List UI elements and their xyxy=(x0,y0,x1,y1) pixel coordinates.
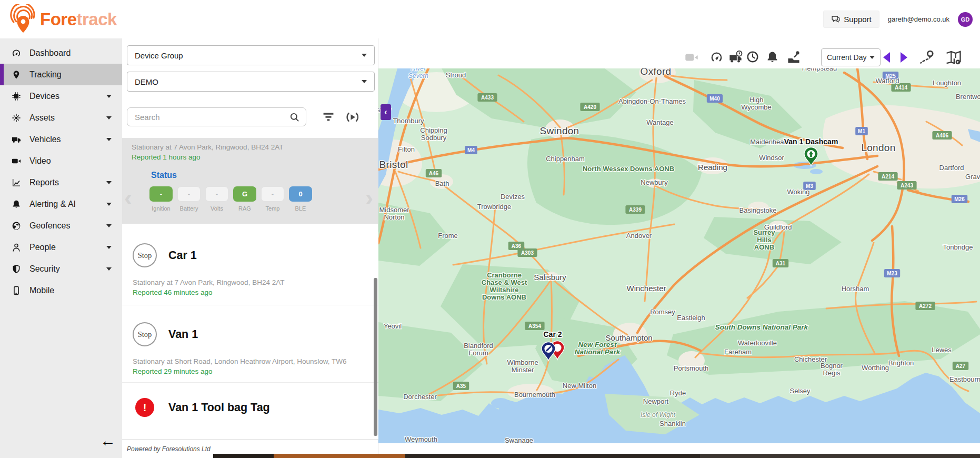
svg-text:A420: A420 xyxy=(584,104,596,110)
vehicle-name: Car 1 xyxy=(168,249,197,262)
sidebar-item-people[interactable]: People xyxy=(0,236,122,258)
sidebar-collapse-arrow-icon[interactable]: ← xyxy=(100,433,116,449)
map-panel-collapse-button[interactable]: ‹ xyxy=(381,104,391,120)
vehicle-history-icon[interactable] xyxy=(729,51,743,64)
vehicle-list-item[interactable]: !Van 1 Tool bag Tag xyxy=(122,383,378,440)
status-card[interactable]: Stationary at 7 Avon Park, Ringwood, BH2… xyxy=(122,138,378,224)
status-chip-value: - xyxy=(149,186,173,202)
map-label: Eastleigh xyxy=(677,314,705,322)
sidebar-item-reports[interactable]: Reports xyxy=(0,172,122,193)
vehicle-list-item[interactable]: StopCar 1Stationary at 7 Avon Park, Ring… xyxy=(122,232,378,305)
carousel-left-icon[interactable]: ‹ xyxy=(124,185,132,210)
map-label: Waterlooville xyxy=(738,339,777,347)
map-label: Ryde xyxy=(670,389,686,397)
sidebar-item-label: Devices xyxy=(29,92,59,101)
map-settings-icon[interactable] xyxy=(945,49,962,66)
svg-text:A36: A36 xyxy=(512,243,522,249)
sidebar-item-label: Alerting & AI xyxy=(29,200,76,209)
locate-route-pin-icon[interactable] xyxy=(919,49,935,65)
avatar[interactable]: GD xyxy=(958,12,973,27)
svg-text:A406: A406 xyxy=(936,133,948,138)
sidebar-item-dashboard[interactable]: Dashboard xyxy=(0,42,122,64)
chevron-down-icon xyxy=(106,203,112,206)
map-label: Watford xyxy=(875,77,899,85)
map-label: Stroud xyxy=(446,71,466,79)
status-chip-temp[interactable]: -Temp xyxy=(261,186,284,212)
time-range-select[interactable]: Current Day xyxy=(821,48,881,66)
sidebar: DashboardTrackingDevicesAssetsVehiclesVi… xyxy=(0,38,122,458)
foretrack-logo[interactable]: Foretrack xyxy=(8,4,117,35)
status-address: Stationary at 7 Avon Park, Ringwood, BH2… xyxy=(132,143,283,151)
map-marker-label: Van 1 Dashcam xyxy=(784,137,838,146)
account-select[interactable]: DEMO xyxy=(127,72,375,92)
panel-scrollbar[interactable] xyxy=(374,278,377,436)
dashcam-camera-icon[interactable] xyxy=(685,51,698,64)
route-playback-icon[interactable] xyxy=(787,51,801,64)
map-label: CranborneChase & WestWiltshireDowns AONB xyxy=(482,271,527,301)
map-label: Winchester xyxy=(626,284,666,293)
support-button[interactable]: Support xyxy=(823,11,879,28)
live-broadcast-icon[interactable] xyxy=(345,110,360,125)
sidebar-item-video[interactable]: Video xyxy=(0,150,122,172)
svg-text:A339: A339 xyxy=(629,207,642,213)
status-chip-battery[interactable]: -Battery xyxy=(177,186,201,212)
status-chip-rag[interactable]: GRAG xyxy=(233,186,256,212)
svg-text:M26: M26 xyxy=(954,196,965,202)
map-label: Swanage xyxy=(505,436,533,443)
sidebar-item-security[interactable]: Security xyxy=(0,258,122,280)
svg-text:M1: M1 xyxy=(858,128,865,134)
status-chip-volts[interactable]: -Volts xyxy=(205,186,228,212)
next-arrow-icon[interactable] xyxy=(901,52,907,63)
svg-text:A31: A31 xyxy=(776,261,786,266)
vehicle-address: Stationary at Short Road, London Heathro… xyxy=(133,357,378,365)
chevron-down-icon xyxy=(362,54,367,57)
chevron-down-icon xyxy=(362,80,367,83)
map-label: Brighton xyxy=(888,359,914,367)
filter-icon[interactable] xyxy=(322,110,336,125)
shield-icon xyxy=(12,264,22,274)
map-canvas[interactable]: A433A420M40M25A414M1A406M4A46A339M3A214A… xyxy=(378,68,980,443)
svg-text:A433: A433 xyxy=(481,95,494,101)
panel-footer: Powered by Foresolutions Ltd xyxy=(122,440,378,453)
pin-icon xyxy=(12,69,22,79)
map-label: Salisbury xyxy=(534,273,566,282)
map-label: Bath xyxy=(435,180,449,187)
status-chip-label: Ignition xyxy=(149,205,173,212)
sidebar-item-geofences[interactable]: Geofences xyxy=(0,215,122,236)
device-group-select[interactable]: Device Group xyxy=(127,45,375,65)
search-input[interactable] xyxy=(134,112,289,122)
map-label: Dorchester xyxy=(403,393,437,401)
map-label: Wantage xyxy=(646,118,674,126)
previous-arrow-icon[interactable] xyxy=(883,52,890,63)
vehicle-list-item[interactable]: StopVan 1Stationary at Short Road, Londo… xyxy=(122,305,378,383)
sidebar-item-assets[interactable]: Assets xyxy=(0,107,122,128)
alerts-bell-icon[interactable] xyxy=(766,51,779,64)
map-area: Current Day xyxy=(378,38,980,458)
map-label: Bournemouth xyxy=(514,391,555,399)
map-label: RiverSevern xyxy=(408,68,428,79)
sidebar-item-devices[interactable]: Devices xyxy=(0,85,122,107)
clock-icon[interactable] xyxy=(746,51,760,64)
chat-icon xyxy=(831,15,840,24)
speedometer-icon[interactable] xyxy=(710,51,724,64)
map-label: New Milton xyxy=(563,382,596,390)
map-label: Thornbury xyxy=(393,117,424,125)
sidebar-item-alerting-ai[interactable]: Alerting & AI xyxy=(0,193,122,215)
search-icon[interactable] xyxy=(289,112,299,122)
taskbar-sliver xyxy=(405,454,700,458)
status-chip-ble[interactable]: 0BLE xyxy=(289,186,312,212)
status-chip-label: Temp xyxy=(261,205,284,212)
alert-badge: ! xyxy=(135,398,154,417)
map-label: Romsey xyxy=(650,308,675,316)
status-chip-ignition[interactable]: -Ignition xyxy=(149,186,173,212)
status-chip-value: G xyxy=(233,186,256,202)
carousel-right-icon[interactable]: › xyxy=(365,185,373,210)
map-label: Chippenham xyxy=(546,155,585,163)
map-label: Abingdon-On-Thames xyxy=(618,97,686,105)
sidebar-item-mobile[interactable]: Mobile xyxy=(0,280,122,301)
map-label: Reading xyxy=(698,163,727,172)
svg-text:A46: A46 xyxy=(429,171,439,176)
map-label: Fareham xyxy=(724,348,752,356)
sidebar-item-tracking[interactable]: Tracking xyxy=(0,64,122,85)
sidebar-item-vehicles[interactable]: Vehicles xyxy=(0,128,122,150)
